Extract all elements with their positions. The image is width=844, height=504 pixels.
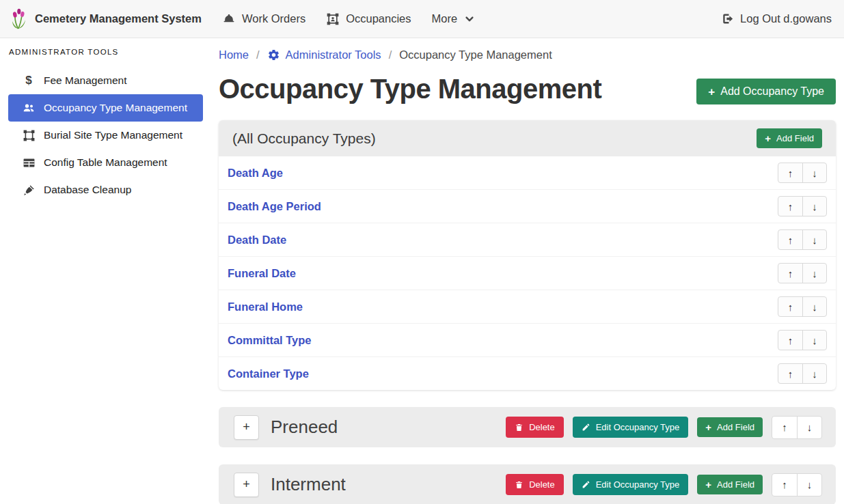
section-title: Interment: [271, 474, 346, 495]
add-field-button[interactable]: + Add Field: [697, 417, 763, 437]
move-down-button[interactable]: ↓: [802, 163, 826, 182]
up-arrow-icon: ↑: [782, 479, 787, 490]
breadcrumb-current: Occupancy Type Management: [399, 48, 552, 61]
down-arrow-icon: ↓: [812, 234, 817, 246]
field-link[interactable]: Death Age Period: [228, 200, 321, 213]
tulip-logo-icon: [10, 8, 28, 30]
down-arrow-icon: ↓: [812, 201, 817, 212]
all-occupancy-types-panel: (All Occupancy Types) + Add Field Death …: [219, 120, 836, 390]
section-title: Preneed: [271, 417, 338, 438]
expand-button[interactable]: +: [234, 415, 259, 440]
sections-container: + Preneed Delete Edit Occupancy Type: [219, 407, 836, 504]
nav-item-label: Occupancies: [346, 12, 411, 25]
reorder-button-group: ↑ ↓: [778, 296, 827, 317]
breadcrumb-home-link[interactable]: Home: [219, 48, 249, 61]
logout-icon: [721, 12, 734, 25]
delete-label: Delete: [529, 479, 555, 490]
move-down-button[interactable]: ↓: [797, 474, 821, 496]
down-arrow-icon: ↓: [807, 479, 813, 490]
move-up-button[interactable]: ↑: [772, 417, 797, 438]
sidebar-item-config-table-management[interactable]: Config Table Management: [8, 149, 203, 176]
edit-occupancy-type-button[interactable]: Edit Occupancy Type: [573, 417, 689, 438]
reorder-button-group: ↑ ↓: [778, 330, 827, 350]
sidebar-item-occupancy-type-management[interactable]: Occupancy Type Management: [8, 94, 203, 122]
occupancy-type-section: + Preneed Delete Edit Occupancy Type: [219, 407, 836, 447]
broom-icon: [21, 184, 37, 197]
edit-occupancy-type-button[interactable]: Edit Occupancy Type: [573, 474, 689, 495]
move-up-button[interactable]: ↑: [778, 264, 802, 283]
hard-hat-icon: [222, 12, 236, 26]
nav-item-occupancies[interactable]: Occupancies: [326, 12, 411, 26]
sidebar-item-label: Database Cleanup: [44, 184, 131, 196]
title-row: Occupancy Type Management + Add Occupanc…: [219, 73, 836, 104]
add-occupancy-type-button[interactable]: + Add Occupancy Type: [696, 79, 836, 104]
breadcrumb-separator: /: [389, 48, 392, 61]
field-row: Death Age ↑ ↓: [219, 156, 836, 189]
up-arrow-icon: ↑: [782, 421, 787, 433]
move-up-button[interactable]: ↑: [778, 364, 802, 383]
move-up-button[interactable]: ↑: [772, 474, 797, 496]
sidebar-item-burial-site-type-management[interactable]: Burial Site Type Management: [8, 122, 203, 149]
field-link[interactable]: Death Date: [228, 234, 286, 247]
add-field-label: Add Field: [776, 133, 814, 143]
logout-button[interactable]: Log Out d.gowans: [721, 12, 832, 25]
add-field-label: Add Field: [717, 422, 754, 432]
reorder-button-group: ↑ ↓: [772, 473, 822, 496]
add-field-button[interactable]: + Add Field: [757, 128, 822, 148]
field-row: Container Type ↑ ↓: [219, 356, 836, 390]
sidebar-item-fee-management[interactable]: $ Fee Management: [8, 67, 203, 94]
page-title: Occupancy Type Management: [219, 73, 601, 104]
down-arrow-icon: ↓: [812, 335, 817, 346]
move-down-button[interactable]: ↓: [802, 331, 826, 350]
app-title: Cemetery Management System: [35, 12, 202, 25]
move-up-button[interactable]: ↑: [778, 230, 802, 249]
move-down-button[interactable]: ↓: [797, 417, 821, 438]
up-arrow-icon: ↑: [788, 268, 793, 279]
nav-item-work-orders[interactable]: Work Orders: [222, 12, 305, 26]
nav-item-label: More: [432, 12, 458, 25]
users-icon: [21, 101, 37, 115]
top-navbar: Cemetery Management System Work Orders: [0, 0, 844, 38]
add-field-button[interactable]: + Add Field: [697, 475, 763, 494]
main-content: Home / Administrator Tools / Occupancy T…: [212, 38, 844, 504]
pencil-icon: [582, 423, 590, 432]
move-down-button[interactable]: ↓: [802, 364, 826, 383]
delete-button[interactable]: Delete: [506, 417, 564, 438]
move-down-button[interactable]: ↓: [802, 197, 826, 216]
field-link[interactable]: Funeral Date: [228, 267, 296, 280]
field-link[interactable]: Committal Type: [228, 334, 312, 347]
move-up-button[interactable]: ↑: [778, 297, 802, 316]
pencil-icon: [582, 480, 590, 489]
sidebar-heading: ADMINISTRATOR TOOLS: [9, 48, 203, 56]
edit-occupancy-type-label: Edit Occupancy Type: [596, 422, 680, 432]
delete-button[interactable]: Delete: [506, 474, 564, 495]
expand-button[interactable]: +: [234, 473, 259, 497]
breadcrumb: Home / Administrator Tools / Occupancy T…: [219, 48, 836, 61]
sidebar-item-label: Burial Site Type Management: [44, 129, 182, 141]
field-link[interactable]: Container Type: [228, 367, 309, 380]
move-up-button[interactable]: ↑: [778, 331, 802, 350]
occupancy-frame-icon: [326, 12, 340, 26]
move-down-button[interactable]: ↓: [802, 264, 826, 283]
delete-label: Delete: [529, 422, 555, 432]
reorder-button-group: ↑ ↓: [778, 196, 827, 216]
up-arrow-icon: ↑: [788, 201, 793, 212]
app-brand[interactable]: Cemetery Management System: [10, 8, 202, 30]
move-up-button[interactable]: ↑: [778, 197, 802, 216]
field-link[interactable]: Funeral Home: [228, 300, 303, 313]
down-arrow-icon: ↓: [812, 268, 817, 279]
sidebar-nav: $ Fee Management Occupancy Type Manageme…: [8, 67, 203, 204]
move-down-button[interactable]: ↓: [802, 230, 826, 249]
plus-icon: +: [765, 133, 771, 143]
field-link[interactable]: Death Age: [228, 167, 283, 180]
move-up-button[interactable]: ↑: [778, 163, 802, 182]
nav-item-more[interactable]: More: [432, 12, 475, 25]
dollar-icon: $: [21, 74, 37, 87]
move-down-button[interactable]: ↓: [802, 297, 826, 316]
reorder-button-group: ↑ ↓: [778, 263, 827, 283]
breadcrumb-admin-tools-link[interactable]: Administrator Tools: [267, 48, 381, 61]
breadcrumb-admin-tools-label: Administrator Tools: [286, 48, 381, 61]
up-arrow-icon: ↑: [788, 301, 793, 313]
panel-header: (All Occupancy Types) + Add Field: [219, 120, 836, 156]
sidebar-item-database-cleanup[interactable]: Database Cleanup: [8, 176, 203, 204]
